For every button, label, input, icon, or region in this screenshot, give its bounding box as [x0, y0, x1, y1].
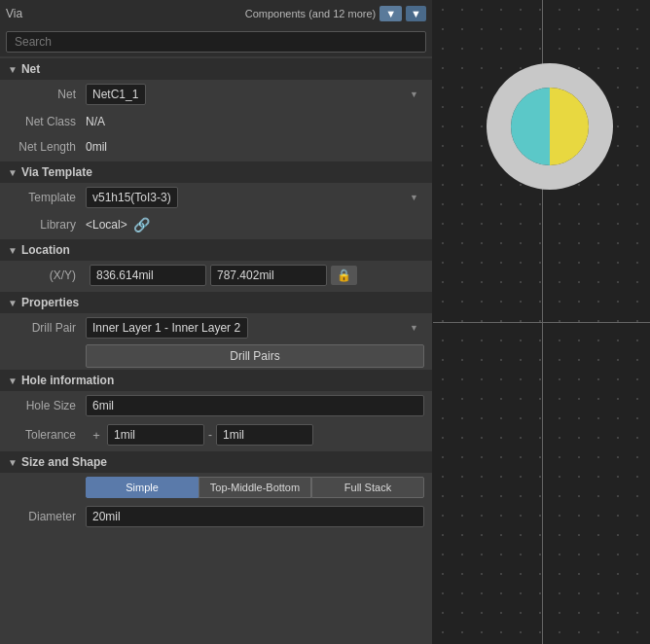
search-input[interactable] [6, 31, 426, 53]
tab-full-stack[interactable]: Full Stack [311, 477, 424, 498]
via-outer-ring [487, 63, 613, 190]
via-visualization [482, 58, 618, 195]
xy-label: (X/Y) [8, 268, 86, 282]
properties-section-header[interactable]: ▼ Properties [0, 292, 432, 313]
net-arrow-icon: ▼ [8, 64, 18, 75]
tolerance-label: Tolerance [8, 428, 86, 442]
tab-simple[interactable]: Simple [86, 477, 199, 498]
net-section-header[interactable]: ▼ Net [0, 58, 432, 80]
components-label: Components (and 12 more) [245, 8, 377, 19]
net-select[interactable]: NetC1_1 [86, 84, 146, 105]
size-shape-arrow-icon: ▼ [8, 457, 18, 468]
template-label: Template [8, 191, 86, 204]
library-value: <Local> [86, 218, 127, 232]
hole-section-header[interactable]: ▼ Hole information [0, 370, 432, 391]
net-class-value: N/A [86, 115, 105, 128]
template-row: Template v51h15(ToI3-3) [0, 183, 432, 212]
net-row: Net NetC1_1 [0, 80, 432, 109]
drill-pair-select[interactable]: Inner Layer 1 - Inner Layer 2 [86, 317, 248, 339]
drill-pairs-button[interactable]: Drill Pairs [86, 344, 424, 368]
net-class-row: Net Class N/A [0, 109, 432, 134]
filter-dropdown-button[interactable]: ▼ [406, 6, 426, 21]
net-length-row: Net Length 0mil [0, 134, 432, 160]
properties-title: Properties [21, 296, 79, 309]
diameter-input[interactable] [86, 506, 424, 527]
library-label: Library [8, 218, 86, 232]
location-section-header[interactable]: ▼ Location [0, 239, 432, 261]
top-bar-right: Components (and 12 more) ▼ ▼ [245, 6, 426, 21]
net-length-label: Net Length [8, 140, 86, 154]
drill-pair-select-wrapper: Inner Layer 1 - Inner Layer 2 [86, 317, 424, 339]
diameter-row: Diameter [0, 502, 432, 531]
net-length-value: 0mil [86, 140, 107, 154]
tol-plus-input[interactable] [107, 424, 204, 446]
filter-button[interactable]: ▼ [379, 6, 402, 21]
location-arrow-icon: ▼ [8, 245, 18, 256]
tol-minus-input[interactable] [216, 424, 313, 446]
via-label: Via [6, 7, 22, 20]
via-right-half [550, 88, 589, 165]
size-shape-section-header[interactable]: ▼ Size and Shape [0, 451, 432, 473]
diameter-label: Diameter [8, 510, 86, 523]
net-select-wrapper: NetC1_1 [86, 84, 424, 105]
properties-arrow-icon: ▼ [8, 298, 18, 308]
link-icon[interactable]: 🔗 [127, 217, 150, 233]
tol-plus-sign: + [90, 428, 103, 443]
hole-section-title: Hole information [21, 374, 114, 387]
top-bar: Via Components (and 12 more) ▼ ▼ [0, 0, 432, 27]
drill-pair-row: Drill Pair Inner Layer 1 - Inner Layer 2 [0, 313, 432, 342]
library-row: Library <Local> 🔗 [0, 212, 432, 237]
shape-tabs: Simple Top-Middle-Bottom Full Stack [86, 477, 424, 498]
hole-size-label: Hole Size [8, 399, 86, 412]
tab-top-middle-bottom[interactable]: Top-Middle-Bottom [199, 477, 311, 498]
via-inner-core [511, 88, 589, 165]
location-title: Location [21, 243, 70, 257]
via-left-half [511, 88, 550, 165]
lock-button[interactable]: 🔒 [331, 266, 357, 285]
via-template-section-header[interactable]: ▼ Via Template [0, 161, 432, 183]
tolerance-row: Tolerance + - [0, 420, 432, 449]
y-input[interactable] [210, 265, 327, 286]
canvas-panel [433, 0, 650, 644]
hole-arrow-icon: ▼ [8, 376, 18, 386]
net-label: Net [8, 88, 86, 101]
net-section-title: Net [21, 62, 40, 76]
template-select[interactable]: v51h15(ToI3-3) [86, 187, 178, 208]
hole-size-input[interactable] [86, 395, 424, 416]
xy-row: (X/Y) 🔒 [0, 261, 432, 290]
left-panel: Via Components (and 12 more) ▼ ▼ ▼ Net N… [0, 0, 433, 644]
search-bar [0, 27, 432, 56]
template-select-wrapper: v51h15(ToI3-3) [86, 187, 424, 208]
size-shape-title: Size and Shape [21, 455, 107, 469]
panel-content: ▼ Net Net NetC1_1 Net Class N/A Net Leng… [0, 56, 432, 644]
via-template-title: Via Template [21, 165, 92, 179]
net-class-label: Net Class [8, 115, 86, 128]
drill-pair-label: Drill Pair [8, 321, 86, 335]
hole-size-row: Hole Size [0, 391, 432, 420]
tol-minus-sign: - [208, 428, 212, 442]
via-template-arrow-icon: ▼ [8, 167, 18, 178]
x-input[interactable] [90, 265, 206, 286]
